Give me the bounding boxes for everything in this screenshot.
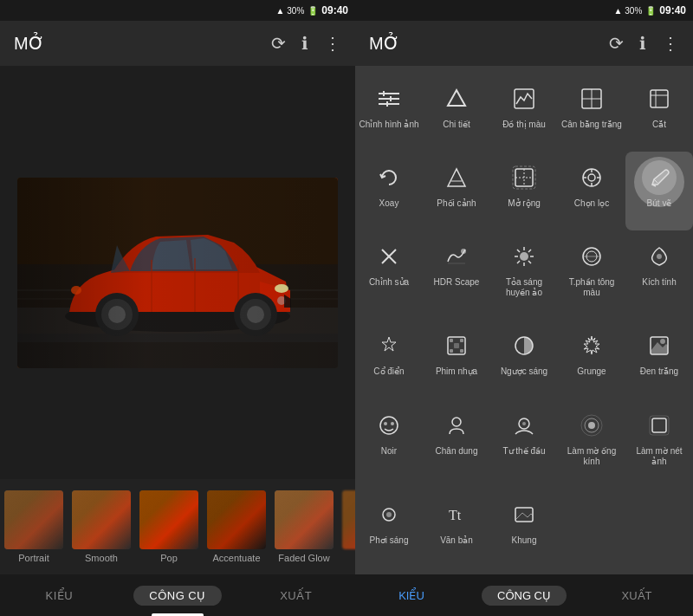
left-time: 09:40 (321, 4, 348, 16)
tool-xoay[interactable]: Xoay (355, 152, 423, 230)
tool-label-co-dien: Cổ điển (373, 366, 404, 377)
right-tab-kieu[interactable]: KIỂU (355, 574, 468, 616)
tool-label-lam-mo-ong-kinh: Làm mờ ống kính (561, 446, 622, 467)
svg-marker-25 (448, 90, 465, 106)
svg-point-74 (391, 422, 394, 425)
tool-icon-but-ve (642, 160, 677, 195)
right-more-icon[interactable]: ⋮ (662, 33, 679, 54)
tool-icon-lam-mo-net-anh (642, 408, 677, 443)
svg-point-18 (277, 296, 286, 305)
filter-thumb-pop (139, 490, 198, 549)
svg-point-12 (234, 293, 277, 336)
tool-icon-phoi-sang (372, 497, 406, 532)
tools-grid: Chỉnh hình ảnh Chi tiết Đồ thị màu (355, 66, 693, 574)
info-icon[interactable]: ℹ (301, 33, 308, 54)
tool-khung[interactable]: Khung (490, 489, 558, 567)
svg-point-49 (461, 249, 466, 254)
tool-phim-nhua[interactable]: Phim nhựa (423, 320, 490, 399)
filter-smooth[interactable]: Smooth (68, 490, 135, 563)
svg-rect-30 (651, 90, 668, 107)
tool-icon-hdr-scape (439, 239, 474, 274)
svg-rect-3 (17, 334, 338, 368)
tool-icon-lam-mo-ong-kinh (574, 408, 609, 443)
tool-label-chon-loc: Chọn lọc (574, 198, 609, 209)
tool-icon-cat (642, 81, 677, 116)
tool-nguoc-sang[interactable]: Ngược sáng (490, 320, 558, 399)
filter-faded-glow[interactable]: Faded Glow (270, 490, 338, 563)
tool-phoi-canh[interactable]: Phối cảnh (423, 152, 490, 230)
right-refresh-icon[interactable]: ⟳ (609, 33, 624, 54)
tool-chan-dung[interactable]: Chân dung (423, 399, 490, 489)
tool-label-lam-mo-net-anh: Làm mờ nét ảnh (629, 446, 690, 467)
more-icon[interactable]: ⋮ (324, 33, 341, 54)
tool-label-tu-the-dau: Tư thế đầu (502, 446, 545, 457)
tool-chi-tiet[interactable]: Chi tiết (423, 73, 490, 152)
tool-co-dien[interactable]: Cổ điển (355, 320, 423, 399)
filter-label-faded-glow: Faded Glow (278, 553, 329, 563)
right-info-icon[interactable]: ℹ (639, 33, 646, 54)
tool-chon-loc[interactable]: Chọn lọc (558, 152, 625, 230)
right-top-bar: MỞ ⟳ ℹ ⋮ (355, 21, 693, 66)
tool-hdr-scape[interactable]: HDR Scape (423, 230, 490, 320)
svg-text:Tt: Tt (449, 508, 462, 522)
tool-label-tphan-tong: T.phần tông màu (561, 277, 622, 298)
tool-tphan-tong-mau[interactable]: T.phần tông màu (558, 230, 625, 320)
car-image (17, 178, 338, 368)
tool-van-ban[interactable]: Tt Văn bản (423, 489, 490, 567)
left-tab-cong-cu[interactable]: CÔNG CỤ (119, 574, 237, 616)
right-tab-xuat[interactable]: XUẤT (580, 574, 693, 616)
tool-noir[interactable]: Noir (355, 399, 423, 489)
left-tab-xuat[interactable]: XUẤT (236, 574, 355, 616)
filter-pop[interactable]: Pop (135, 490, 203, 563)
tool-tu-the-dau[interactable]: Tư thế đầu (490, 399, 558, 489)
tool-icon-phoi-canh (439, 160, 474, 195)
tool-do-thi-mau[interactable]: Đồ thị màu (490, 73, 558, 152)
tool-label-chi-tiet: Chi tiết (443, 120, 470, 130)
filter-thumb-mo (342, 490, 355, 549)
tool-lam-mo-ong-kinh[interactable]: Làm mờ ống kính (558, 399, 625, 489)
tool-kich-tinh[interactable]: Kích tính (625, 230, 693, 320)
tool-label-grunge: Grunge (577, 366, 606, 377)
tool-cat[interactable]: Cắt (625, 73, 693, 152)
tool-grunge[interactable]: Grunge (558, 320, 625, 399)
left-tab-kieu[interactable]: KIỂU (0, 574, 119, 616)
tool-icon-nguoc-sang (507, 328, 541, 363)
tool-label-nguoc-sang: Ngược sáng (501, 366, 547, 377)
tool-label-toa-sang: Tỏa sáng huyền ảo (494, 277, 554, 298)
left-header: MỞ ⟳ ℹ ⋮ (0, 21, 355, 66)
tool-label-chinh-sua: Chỉnh sửa (369, 277, 409, 288)
tool-can-bang-trang[interactable]: Cân bằng trắng (558, 73, 625, 152)
svg-line-57 (528, 250, 531, 252)
svg-rect-26 (515, 89, 534, 108)
tool-chinh-hinh-anh[interactable]: Chỉnh hình ảnh (355, 73, 423, 152)
svg-rect-64 (450, 339, 453, 342)
svg-point-73 (384, 422, 387, 425)
tool-phoi-sang[interactable]: Phơi sáng (355, 489, 423, 567)
tool-chinh-sua[interactable]: Chỉnh sửa (355, 230, 423, 320)
tool-toa-sang-huyen-ao[interactable]: Tỏa sáng huyền ảo (490, 230, 558, 320)
right-tab-cong-cu[interactable]: CÔNG CỤ (468, 574, 580, 616)
image-area (0, 66, 355, 479)
tool-but-ve[interactable]: Bút vẽ (625, 152, 693, 230)
filter-mo[interactable]: Mo (338, 490, 355, 563)
svg-point-14 (247, 306, 264, 323)
tool-lam-mo-net-anh[interactable]: Làm mờ nét ảnh (625, 399, 693, 489)
left-header-icons: ⟳ ℹ ⋮ (271, 33, 341, 54)
tool-icon-mo-rong (507, 160, 541, 195)
filter-portrait[interactable]: Portrait (0, 490, 68, 563)
right-header-icons: ⟳ ℹ ⋮ (609, 33, 679, 54)
refresh-icon[interactable]: ⟳ (271, 33, 286, 54)
tool-mo-rong[interactable]: Mở rộng (490, 152, 558, 230)
tool-label-do-thi-mau: Đồ thị màu (502, 120, 546, 130)
right-bottom-tabs: KIỂU CÔNG CỤ XUẤT (355, 574, 693, 616)
left-status-bar: ▲ 30% 🔋 09:40 (0, 0, 355, 21)
tool-label-khung: Khung (512, 535, 537, 546)
svg-rect-0 (17, 178, 338, 368)
tool-icon-phim-nhua (439, 328, 474, 363)
tool-icon-do-thi-mau (507, 81, 541, 116)
tool-label-can-bang-trang: Cân bằng trắng (561, 120, 622, 130)
tool-den-trang[interactable]: Đen trắng (625, 320, 693, 399)
tool-label-xoay: Xoay (379, 198, 399, 209)
filter-accentuate[interactable]: Accentuate (203, 490, 270, 563)
filter-thumb-faded-glow (275, 490, 334, 549)
